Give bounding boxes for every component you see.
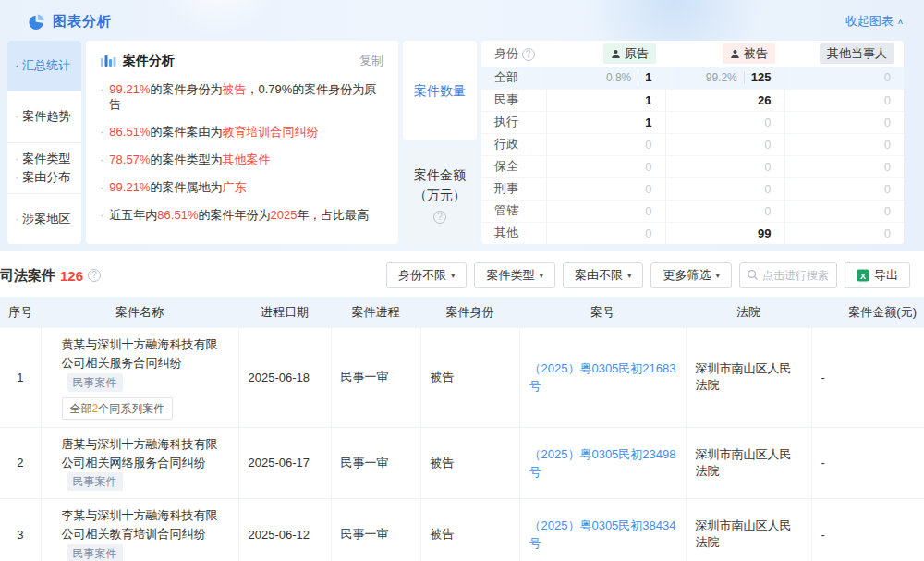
court-name: 深圳市南山区人民法院	[686, 499, 811, 561]
caret-down-icon: ▾	[539, 271, 543, 280]
case-type-tag: 民事案件	[67, 373, 123, 392]
identity-value-cell: 1	[546, 111, 665, 133]
case-number-link[interactable]: （2025）粤0305民初21683号	[529, 360, 676, 395]
bullet-icon: ·	[15, 210, 18, 228]
filter-button-更多筛选[interactable]: 更多筛选▾	[650, 262, 732, 288]
case-progress: 民事一审	[331, 499, 420, 561]
sidebar-item-涉案地区[interactable]: ·涉案地区	[7, 194, 81, 244]
tab-case-amount[interactable]: 案件金额 （万元） ?	[403, 145, 477, 245]
identity-value-cell: 99	[665, 222, 784, 244]
help-icon[interactable]: ?	[522, 48, 535, 61]
insight-line: ·99.21%的案件身份为被告，0.79%的案件身份为原告	[100, 82, 383, 112]
help-icon[interactable]: ?	[433, 211, 446, 224]
sidebar-item-汇总统计[interactable]: ·汇总统计	[7, 41, 81, 91]
column-header: 案件进程	[331, 297, 420, 328]
filter-bar: 身份不限▾案件类型▾案由不限▾更多筛选▾ X 导出	[386, 262, 910, 288]
cases-table: 序号案件名称进程日期案件进程案件身份案号法院案件金额(元) 1黄某与深圳十方融海…	[0, 297, 924, 561]
svg-text:X: X	[860, 272, 866, 281]
search-input[interactable]	[762, 269, 830, 282]
sidebar-item-案件类型[interactable]: ·案件类型·案由分布	[7, 143, 81, 194]
bullet-icon: ·	[15, 150, 18, 168]
count-value: 0	[645, 138, 651, 152]
bullet-icon: ·	[100, 180, 103, 195]
count-value: 0	[645, 160, 651, 174]
identity-row-刑事: 刑事000	[481, 177, 904, 200]
identity-value-cell: 0	[784, 222, 904, 244]
sidebar-item-label: 案件类型	[22, 150, 70, 168]
court-name: 深圳市南山区人民法院	[686, 427, 811, 499]
count-value: 0	[884, 182, 891, 196]
copy-button[interactable]: 复制	[359, 53, 383, 69]
identity-value-cell: 0	[784, 111, 904, 133]
count-value: 0	[764, 204, 771, 218]
bullet-icon: ·	[15, 107, 18, 126]
filter-button-案由不限[interactable]: 案由不限▾	[563, 262, 644, 288]
pie-chart-icon	[28, 13, 45, 30]
count-value: 1	[645, 116, 651, 129]
identity-value-cell: 0.8%1	[546, 67, 665, 89]
count-value: 0	[884, 116, 891, 129]
case-progress: 民事一审	[331, 328, 420, 427]
count-value: 0	[884, 160, 891, 174]
case-type-tag: 民事案件	[67, 472, 123, 491]
sidebar-item-label: 案件趋势	[22, 107, 70, 126]
bullet-icon: ·	[15, 56, 18, 75]
case-number-link[interactable]: （2025）粤0305民初23498号	[529, 445, 676, 481]
row-number: 2	[0, 427, 41, 499]
identity-value-cell: 0	[784, 155, 904, 177]
case-type-tag: 民事案件	[67, 544, 123, 561]
sidebar-item-label: 涉案地区	[22, 210, 70, 228]
count-value: 0	[764, 182, 771, 196]
insight-line: ·86.51%的案件案由为教育培训合同纠纷	[100, 125, 383, 140]
case-progress: 民事一审	[331, 427, 420, 499]
person-icon	[730, 49, 740, 59]
cases-count: 126	[60, 268, 83, 284]
case-name: 李某与深圳十方融海科技有限公司相关教育培训合同纠纷	[62, 508, 218, 541]
export-button[interactable]: X 导出	[845, 262, 910, 288]
identity-value-cell: 0	[784, 133, 904, 155]
bullet-icon: ·	[100, 152, 103, 167]
identity-row-保全: 保全000	[481, 155, 904, 177]
identity-value-cell: 0	[546, 177, 665, 200]
filter-button-身份不限[interactable]: 身份不限▾	[386, 262, 468, 288]
bullet-icon: ·	[100, 82, 103, 112]
case-search-box[interactable]	[739, 262, 837, 288]
identity-row-管辖: 管辖000	[481, 200, 904, 222]
case-name: 唐某与深圳十方融海科技有限公司相关网络服务合同纠纷	[62, 437, 218, 470]
row-number: 1	[0, 328, 41, 427]
column-header: 序号	[0, 297, 41, 328]
caret-down-icon: ▾	[715, 271, 720, 280]
case-amount: -	[811, 328, 924, 427]
count-value: 0	[645, 182, 651, 196]
identity-value-cell: 0	[665, 200, 784, 222]
sidebar-item-案件趋势[interactable]: ·案件趋势	[7, 91, 81, 142]
identity-value-cell: 0	[784, 67, 904, 89]
legend-badge-plaintiff[interactable]: 原告	[603, 43, 656, 64]
identity-value-cell: 0	[665, 111, 784, 133]
case-number-link[interactable]: （2025）粤0305民初38434号	[529, 517, 676, 552]
sidebar-item-label: 案由分布	[22, 168, 70, 187]
count-value: 0	[764, 160, 771, 174]
count-value: 0	[764, 116, 771, 129]
legend-badge-other[interactable]: 其他当事人	[820, 43, 894, 64]
column-header: 法院	[686, 297, 811, 328]
collapse-charts-button[interactable]: 收起图表 ∧	[845, 13, 904, 30]
identity-header-label: 身份 ?	[481, 41, 546, 67]
identity-value-cell: 0	[665, 177, 784, 200]
cases-title: 司法案件 126 ?	[0, 267, 101, 285]
identity-row-执行: 执行100	[481, 111, 904, 133]
series-cases-tag[interactable]: 全部2个同系列案件	[62, 397, 174, 420]
count-value: 0	[884, 204, 891, 218]
identity-row-label: 民事	[481, 89, 546, 111]
help-icon[interactable]: ?	[88, 269, 101, 282]
analysis-title: 案件分析	[123, 53, 175, 69]
identity-row-label: 全部	[481, 67, 546, 89]
tab-case-count[interactable]: 案件数量	[403, 41, 477, 140]
case-name-cell: 黄某与深圳十方融海科技有限公司相关服务合同纠纷民事案件全部2个同系列案件	[41, 328, 238, 427]
identity-value-cell: 0	[665, 155, 784, 177]
filter-button-案件类型[interactable]: 案件类型▾	[474, 262, 555, 288]
legend-badge-defendant[interactable]: 被告	[723, 43, 775, 64]
identity-value-cell: 99.2%125	[665, 67, 784, 89]
judicial-cases-section: 司法案件 126 ? 身份不限▾案件类型▾案由不限▾更多筛选▾ X 导出	[0, 251, 924, 561]
case-identity: 被告	[420, 427, 519, 499]
